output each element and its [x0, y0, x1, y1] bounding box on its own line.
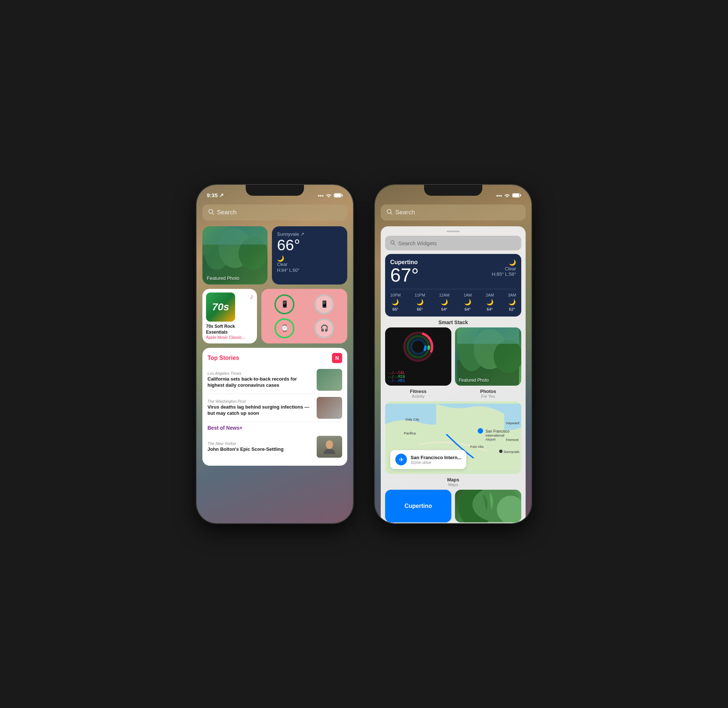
status-icons-2: ▪▪▪ [496, 193, 521, 199]
phone2-content: Search Search Widgets [375, 201, 532, 523]
hourly-item-4: 2AM 🌙 64° [485, 293, 494, 312]
location-icon: ↗ [300, 231, 304, 237]
svg-rect-31 [457, 328, 519, 344]
weather-large-header: Cupertino 67° 🌙 Clear H:85° L:58° [390, 259, 516, 284]
wifi-icon-2 [504, 193, 510, 199]
hourly-icon-3: 🌙 [464, 299, 472, 306]
widget-row-2: ♪ 70s 70s Soft Rock Essentials Apple Mus… [202, 289, 347, 344]
maps-card-sub: 31min drive [411, 460, 461, 464]
hourly-item-1: 11PM 🌙 66° [415, 293, 425, 312]
smart-stack-label: Smart Stack [385, 319, 521, 325]
weather-large-hl: H:85° L:58° [492, 271, 516, 277]
featured-photo-label-2: Featured Photo [459, 378, 489, 383]
search-icon-1 [208, 209, 214, 216]
svg-line-5 [212, 213, 214, 214]
best-of-label: Best of News+ [208, 425, 342, 431]
weather-temp-1: 66° [277, 237, 342, 254]
maps-label-title: Maps [385, 477, 521, 482]
widget-row-1: Featured Photo Sunnyvale ↗ 66° 🌙 Clear H… [202, 226, 347, 284]
search-icon-2 [387, 209, 392, 216]
search-bar-1[interactable]: Search [202, 205, 347, 221]
news-source-3: The New Yorker [208, 441, 313, 446]
weather-condition-1: Clear [277, 262, 342, 267]
status-time: 9:35 ↗ [207, 192, 224, 199]
featured-photo-label: Featured Photo [207, 276, 240, 281]
panel-handle [447, 231, 460, 232]
search-bar-2[interactable]: Search [381, 205, 526, 221]
news-item-1-text: Los Angeles Times California sets back-t… [208, 371, 313, 389]
maps-widget[interactable]: San Francisco International Airport Sunn… [385, 401, 521, 474]
signal-icon-2: ▪▪▪ [496, 193, 502, 199]
news-thumb-3 [317, 436, 342, 458]
news-headline-2: Virus deaths lag behind surging infectio… [208, 404, 313, 416]
wifi-icon [326, 193, 331, 199]
svg-rect-16 [513, 194, 519, 197]
photos-label-title: Photos [455, 389, 521, 394]
hourly-icon-2: 🌙 [439, 299, 449, 306]
news-item-2[interactable]: The Washington Post Virus deaths lag beh… [208, 394, 342, 422]
fitness-stat-hrs: --/--HRS [387, 379, 405, 383]
svg-point-13 [507, 197, 508, 198]
search-text-2: Search [395, 209, 415, 216]
hourly-icon-0: 🌙 [390, 299, 401, 306]
phone-2: ▪▪▪ [375, 185, 532, 523]
search-widgets-text: Search Widgets [398, 240, 437, 246]
news-item-2-text: The Washington Post Virus deaths lag beh… [208, 399, 313, 416]
maps-card-info: San Francisco Intern... 31min drive [411, 455, 461, 464]
charge-circle-3: ⌚ [275, 318, 295, 338]
search-widgets-icon [390, 240, 395, 246]
maps-label-sub: Maps [385, 482, 521, 487]
music-title: 70s Soft Rock Essentials [206, 324, 253, 335]
notch-1 [246, 185, 304, 196]
hourly-icon-1: 🌙 [415, 299, 425, 306]
phone2-screen: ▪▪▪ [375, 185, 532, 523]
photos-widget-small[interactable]: Featured Photo [455, 328, 521, 386]
music-widget[interactable]: ♪ 70s 70s Soft Rock Essentials Apple Mus… [202, 289, 257, 344]
palm-photo-widget[interactable] [455, 490, 521, 522]
weather-widget-1[interactable]: Sunnyvale ↗ 66° 🌙 Clear H:84° L:60° [272, 226, 347, 284]
news-headline-1: California sets back-to-back records for… [208, 376, 313, 389]
hourly-item-0: 10PM 🌙 66° [390, 293, 401, 312]
charging-widget[interactable]: 📱 📱 ⌚ 🎧 [262, 289, 347, 344]
search-widgets-bar[interactable]: Search Widgets [385, 236, 521, 250]
phone1-content: Search Featured Photo [196, 201, 353, 523]
news-thumb-1 [317, 369, 342, 391]
news-item-3[interactable]: The New Yorker John Bolton's Epic Score-… [208, 433, 342, 461]
watch-icon: ⌚ [280, 324, 289, 332]
palm-background [455, 490, 521, 522]
svg-text:Daly City: Daly City [405, 418, 419, 421]
hourly-icon-4: 🌙 [485, 299, 494, 306]
svg-text:San Francisco: San Francisco [485, 429, 510, 433]
phone1-screen: 9:35 ↗ ▪▪▪ [196, 185, 353, 523]
maps-card-title: San Francisco Intern... [411, 455, 461, 460]
signal-icon: ▪▪▪ [318, 193, 324, 199]
news-headline-3: John Bolton's Epic Score-Settling [208, 447, 313, 453]
news-item-1[interactable]: Los Angeles Times California sets back-t… [208, 366, 342, 394]
svg-text:Palo Alto: Palo Alto [470, 445, 484, 448]
svg-text:Fremont: Fremont [506, 438, 519, 442]
music-subtitle: Apple Music Classic... [206, 335, 253, 339]
news-widget[interactable]: Top Stories N Los Angeles Times Californ… [202, 348, 347, 466]
music-note-icon: ♪ [250, 293, 253, 301]
weather-large-right: 🌙 Clear H:85° L:58° [492, 259, 516, 277]
featured-photo-widget[interactable]: Featured Photo [202, 226, 267, 284]
hourly-icon-5: 🌙 [508, 299, 516, 306]
hourly-item-2: 12AM 🌙 64° [439, 293, 449, 312]
cupertino-widget[interactable]: Cupertino [385, 490, 451, 522]
news-source-1: Los Angeles Times [208, 371, 313, 376]
svg-rect-15 [520, 194, 521, 196]
maps-background: San Francisco International Airport Sunn… [385, 401, 521, 474]
fitness-label-title: Fitness [385, 389, 451, 394]
widget-label-row: Fitness Activity Photos For You [385, 389, 521, 398]
hourly-item-3: 1AM 🌙 64° [464, 293, 472, 312]
fitness-stats: --/--CAL --/--MIN --/--HRS [387, 371, 405, 383]
weather-widget-large[interactable]: Cupertino 67° 🌙 Clear H:85° L:58° [385, 254, 521, 316]
fitness-label-sub: Activity [385, 394, 451, 398]
airpods-icon: 🎧 [320, 324, 328, 332]
battery-icon [334, 193, 343, 199]
svg-point-23 [411, 339, 426, 354]
photos-label-item: Photos For You [455, 389, 521, 398]
fitness-widget[interactable]: --/--CAL --/--MIN --/--HRS [385, 328, 451, 386]
phone-1: 9:35 ↗ ▪▪▪ [196, 185, 353, 523]
widget-small-row: --/--CAL --/--MIN --/--HRS [385, 328, 521, 386]
